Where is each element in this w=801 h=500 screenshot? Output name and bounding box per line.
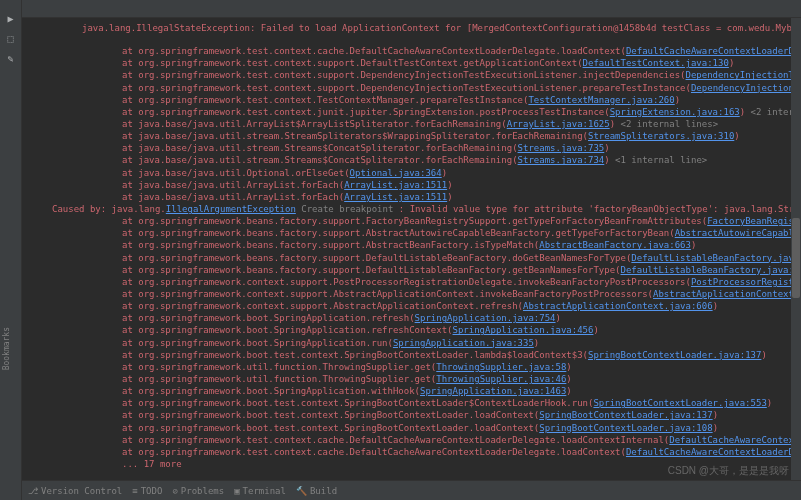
stack-frame: at org.springframework.beans.factory.sup… — [82, 227, 793, 239]
source-link[interactable]: SpringBootContextLoader.java:137 — [539, 410, 712, 420]
source-link[interactable]: TestContextManager.java:260 — [528, 95, 674, 105]
source-link[interactable]: AbstractBeanFactory.java:663 — [539, 240, 691, 250]
stack-frame: at org.springframework.context.support.A… — [82, 300, 793, 312]
left-tool-gutter: ▶ ⬚ ✎ — [0, 0, 22, 500]
source-link[interactable]: ArrayList.java:1625 — [507, 119, 610, 129]
stack-frame: at org.springframework.context.support.P… — [82, 276, 793, 288]
console-toolbar — [22, 0, 801, 18]
stack-frame: at org.springframework.test.context.cach… — [82, 446, 793, 458]
source-link[interactable]: DefaultCacheAwareContextLoaderDelegate.j… — [626, 447, 801, 457]
stack-frame: at org.springframework.boot.test.context… — [82, 422, 793, 434]
stack-frame: at org.springframework.test.context.juni… — [82, 106, 793, 118]
source-link[interactable]: SpringApplication.java:1463 — [420, 386, 566, 396]
stack-frame: at java.base/java.util.ArrayList.forEach… — [82, 179, 793, 191]
todo-tab[interactable]: ≡ TODO — [132, 486, 162, 496]
source-link[interactable]: Optional.java:364 — [350, 168, 442, 178]
source-link[interactable]: DependencyInjectionTestExecutionListener… — [691, 83, 801, 93]
stack-frame: at java.base/java.util.ArrayList.forEach… — [82, 191, 793, 203]
stack-frame: at org.springframework.boot.SpringApplic… — [82, 337, 793, 349]
vcs-tab[interactable]: ⎇ Version Control — [28, 486, 122, 496]
stack-frame: at org.springframework.beans.factory.sup… — [82, 239, 793, 251]
stack-frame: at org.springframework.test.context.supp… — [82, 69, 793, 81]
stack-frame: at org.springframework.util.function.Thr… — [82, 361, 793, 373]
tool-icon-1[interactable]: ⬚ — [4, 31, 18, 45]
vertical-scrollbar[interactable] — [791, 18, 801, 480]
source-link[interactable]: ArrayList.java:1511 — [344, 192, 447, 202]
source-link[interactable]: ThrowingSupplier.java:46 — [436, 374, 566, 384]
source-link[interactable]: ArrayList.java:1511 — [344, 180, 447, 190]
source-link[interactable]: SpringApplication.java:754 — [415, 313, 556, 323]
tool-icon-2[interactable]: ✎ — [4, 51, 18, 65]
stack-frame: at java.base/java.util.stream.Streams$Co… — [82, 154, 793, 166]
stack-frame: at org.springframework.context.support.A… — [82, 288, 793, 300]
scrollbar-thumb[interactable] — [792, 218, 800, 298]
stack-frame: at java.base/java.util.stream.StreamSpli… — [82, 130, 793, 142]
console-output[interactable]: java.lang.IllegalStateException: Failed … — [22, 18, 801, 480]
stack-frame: at org.springframework.boot.SpringApplic… — [82, 312, 793, 324]
exception-link[interactable]: IllegalArgumentException — [166, 204, 296, 214]
exception-header: java.lang.IllegalStateException: Failed … — [82, 22, 793, 34]
source-link[interactable]: Streams.java:735 — [518, 143, 605, 153]
stack-frame: at org.springframework.boot.test.context… — [82, 349, 793, 361]
stack-frame: at org.springframework.beans.factory.sup… — [82, 215, 793, 227]
stack-frame: at org.springframework.boot.SpringApplic… — [82, 324, 793, 336]
stack-frame: at org.springframework.boot.test.context… — [82, 409, 793, 421]
source-link[interactable]: SpringApplication.java:456 — [453, 325, 594, 335]
source-link[interactable]: DefaultCacheAwareContextLoaderDelegate.j… — [669, 435, 801, 445]
stack-frame: at org.springframework.test.context.supp… — [82, 57, 793, 69]
stack-frame: at org.springframework.test.context.cach… — [82, 434, 793, 446]
source-link[interactable]: StreamSpliterators.java:310 — [588, 131, 734, 141]
status-bar: ⎇ Version Control ≡ TODO ⊘ Problems ▣ Te… — [22, 480, 801, 500]
source-link[interactable]: FactoryBeanRegistrySupport.java:86 — [707, 216, 801, 226]
source-link[interactable]: AbstractApplicationContext.java:606 — [523, 301, 713, 311]
source-link[interactable]: DefaultTestContext.java:130 — [583, 58, 729, 68]
stack-frame: at org.springframework.boot.test.context… — [82, 397, 793, 409]
stack-frame: at org.springframework.boot.SpringApplic… — [82, 385, 793, 397]
bookmarks-side-tab[interactable]: Bookmarks — [2, 327, 11, 370]
source-link[interactable]: AbstractAutowireCapableBeanFactory.java:… — [675, 228, 801, 238]
source-link[interactable]: AbstractApplicationContext.java:788 — [653, 289, 801, 299]
stack-frame: at org.springframework.test.context.supp… — [82, 82, 793, 94]
run-icon[interactable]: ▶ — [4, 11, 18, 25]
stack-frame: at org.springframework.beans.factory.sup… — [82, 264, 793, 276]
main-area: java.lang.IllegalStateException: Failed … — [22, 0, 801, 500]
source-link[interactable]: SpringBootContextLoader.java:137 — [588, 350, 761, 360]
watermark: CSDN @大哥，是是是我呀 — [668, 464, 789, 478]
source-link[interactable]: SpringApplication.java:335 — [393, 338, 534, 348]
stack-frame: at org.springframework.test.context.Test… — [82, 94, 793, 106]
source-link[interactable]: DefaultListableBeanFactory.java:575 — [631, 253, 801, 263]
build-tab[interactable]: 🔨 Build — [296, 486, 337, 496]
source-link[interactable]: PostProcessorRegistrationDelegate.java:1… — [691, 277, 801, 287]
source-link[interactable]: SpringBootContextLoader.java:553 — [593, 398, 766, 408]
caused-by-line: Caused by: java.lang.IllegalArgumentExce… — [52, 203, 793, 215]
source-link[interactable]: SpringBootContextLoader.java:108 — [539, 423, 712, 433]
source-link[interactable]: DefaultCacheAwareContextLoaderDelegate.j… — [626, 46, 801, 56]
source-link[interactable]: DependencyInjectionTestExecutionListener… — [686, 70, 801, 80]
source-link[interactable]: SpringExtension.java:163 — [610, 107, 740, 117]
stack-frame: at java.base/java.util.ArrayList$ArrayLi… — [82, 118, 793, 130]
stack-frame: at java.base/java.util.Optional.orElseGe… — [82, 167, 793, 179]
stack-frame: at java.base/java.util.stream.Streams$Co… — [82, 142, 793, 154]
source-link[interactable]: ThrowingSupplier.java:58 — [436, 362, 566, 372]
problems-tab[interactable]: ⊘ Problems — [172, 486, 224, 496]
source-link[interactable]: Streams.java:734 — [518, 155, 605, 165]
stack-frame: at org.springframework.beans.factory.sup… — [82, 252, 793, 264]
stack-frame: at org.springframework.util.function.Thr… — [82, 373, 793, 385]
terminal-tab[interactable]: ▣ Terminal — [234, 486, 286, 496]
source-link[interactable]: DefaultListableBeanFactory.java:534 — [621, 265, 802, 275]
stack-frame: at org.springframework.test.context.cach… — [82, 45, 793, 57]
